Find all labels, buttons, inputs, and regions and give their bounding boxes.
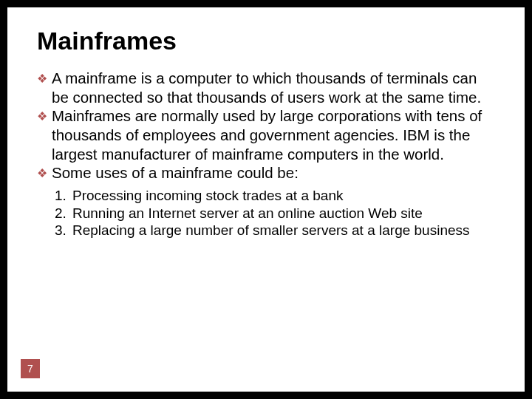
item-number: 1. [55,187,72,205]
numbered-text: Running an Internet server at an online … [72,205,423,222]
bullet-text: A mainframe is a computer to which thous… [52,69,495,106]
page-number-badge: 7 [21,359,40,378]
numbered-item: 1. Processing incoming stock trades at a… [55,187,495,205]
item-number: 3. [55,222,72,239]
bullet-list: ❖ A mainframe is a computer to which tho… [37,69,495,183]
slide: Mainframes ❖ A mainframe is a computer t… [7,7,525,392]
bullet-item: ❖ Some uses of a mainframe could be: [37,163,495,183]
slide-title: Mainframes [37,27,495,55]
bullet-text: Some uses of a mainframe could be: [52,163,299,183]
item-number: 2. [55,205,72,222]
diamond-icon: ❖ [37,109,47,163]
diamond-icon: ❖ [37,166,47,183]
diamond-icon: ❖ [37,72,47,106]
numbered-item: 2. Running an Internet server at an onli… [55,205,495,222]
numbered-text: Processing incoming stock trades at a ba… [72,187,343,205]
numbered-item: 3. Replacing a large number of smaller s… [55,222,495,239]
bullet-item: ❖ A mainframe is a computer to which tho… [37,69,495,106]
numbered-text: Replacing a large number of smaller serv… [72,222,470,239]
bullet-item: ❖ Mainframes are normally used by large … [37,106,495,163]
bullet-text: Mainframes are normally used by large co… [52,106,495,163]
numbered-list: 1. Processing incoming stock trades at a… [55,187,495,239]
